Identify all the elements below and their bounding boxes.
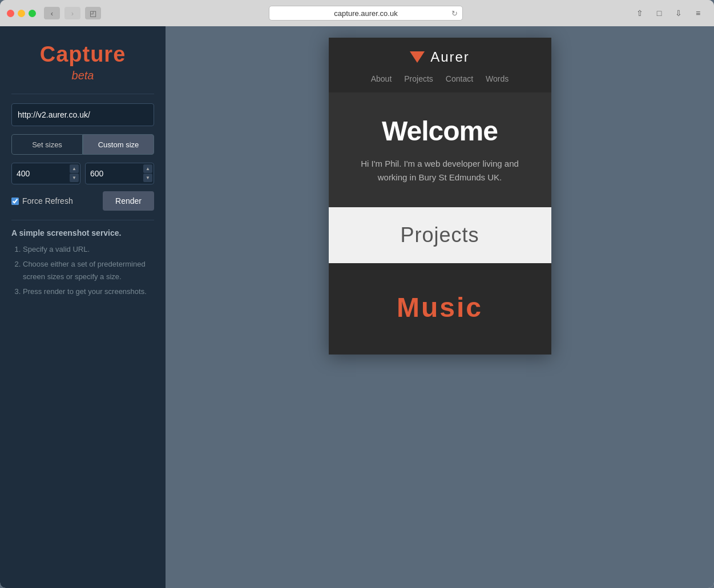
url-input[interactable]	[11, 103, 154, 126]
music-label: Music	[346, 292, 534, 323]
preview-container: Aurer About Projects Contact Words Welco…	[329, 38, 551, 355]
hero-text: Hi I'm Phil. I'm a web developer living …	[346, 157, 534, 184]
close-button[interactable]	[7, 10, 14, 17]
forward-button[interactable]: ›	[64, 7, 80, 19]
size-toggle-buttons: Set sizes Custom size	[11, 134, 154, 155]
width-down-button[interactable]: ▼	[70, 174, 79, 182]
url-bar[interactable]: capture.aurer.co.uk ↻	[269, 6, 463, 21]
width-up-button[interactable]: ▲	[70, 164, 79, 173]
app-title: Capture	[11, 42, 154, 67]
instructions-list: Specify a valid URL. Choose either a set…	[11, 243, 154, 300]
instruction-3: Press render to get your screenshots.	[23, 285, 154, 298]
nav-projects[interactable]: Projects	[404, 74, 433, 83]
width-spinner: ▲ ▼	[70, 164, 79, 182]
height-down-button[interactable]: ▼	[143, 174, 152, 182]
logo-text: Aurer	[430, 49, 470, 65]
app-beta: beta	[11, 69, 154, 82]
traffic-lights	[7, 10, 36, 17]
height-spinner: ▲ ▼	[143, 164, 152, 182]
url-text: capture.aurer.co.uk	[334, 9, 397, 18]
url-bar-container: capture.aurer.co.uk ↻	[106, 6, 626, 21]
download-button[interactable]: ⇩	[669, 6, 688, 21]
maximize-button[interactable]	[29, 10, 36, 17]
refresh-icon[interactable]: ↻	[451, 9, 458, 18]
minimize-button[interactable]	[18, 10, 25, 17]
nav-words[interactable]: Words	[486, 74, 509, 83]
main-layout: Capture beta Set sizes Custom size ▲ ▼	[0, 26, 714, 588]
height-input-wrapper: ▲ ▼	[85, 163, 154, 184]
sidebar: Capture beta Set sizes Custom size ▲ ▼	[0, 26, 166, 588]
nav-about[interactable]: About	[371, 74, 392, 83]
preview-header: Aurer About Projects Contact Words	[329, 38, 551, 92]
force-refresh-text: Force Refresh	[22, 196, 73, 206]
nav-contact[interactable]: Contact	[446, 74, 473, 83]
browser-titlebar: ‹ › ◰ capture.aurer.co.uk ↻ ⇧ □ ⇩ ≡	[0, 0, 714, 26]
sidebar-toggle-button[interactable]: ◰	[85, 7, 101, 19]
share-button[interactable]: ⇧	[631, 6, 649, 21]
width-input-wrapper: ▲ ▼	[11, 163, 80, 184]
render-button[interactable]: Render	[103, 191, 154, 211]
dimension-inputs: ▲ ▼ ▲ ▼	[11, 163, 154, 184]
force-refresh-checkbox[interactable]	[11, 198, 19, 205]
height-up-button[interactable]: ▲	[143, 164, 152, 173]
controls-row: Force Refresh Render	[11, 191, 154, 211]
description: A simple screenshot service.	[11, 228, 154, 237]
aurer-nav: About Projects Contact Words	[340, 74, 540, 92]
projects-heading: Projects	[346, 223, 534, 247]
aurer-logo: Aurer	[340, 49, 540, 65]
hero-title: Welcome	[346, 115, 534, 147]
new-tab-button[interactable]: □	[650, 6, 668, 21]
force-refresh-label[interactable]: Force Refresh	[11, 196, 73, 206]
preview-projects: Projects	[329, 207, 551, 263]
logo-triangle-icon	[410, 51, 425, 63]
content-area: Aurer About Projects Contact Words Welco…	[166, 26, 714, 588]
preview-music-card: Music	[329, 263, 551, 355]
instruction-1: Specify a valid URL.	[23, 243, 154, 256]
divider-2	[11, 220, 154, 220]
custom-size-button[interactable]: Custom size	[83, 134, 154, 155]
back-button[interactable]: ‹	[44, 7, 60, 19]
preview-hero: Welcome Hi I'm Phil. I'm a web developer…	[329, 92, 551, 207]
browser-chrome: ‹ › ◰ capture.aurer.co.uk ↻ ⇧ □ ⇩ ≡ Capt…	[0, 0, 714, 588]
browser-toolbar-right: ⇧ □ ⇩ ≡	[631, 6, 707, 21]
set-sizes-button[interactable]: Set sizes	[11, 134, 83, 155]
divider-1	[11, 94, 154, 94]
more-button[interactable]: ≡	[689, 6, 707, 21]
instruction-2: Choose either a set of predetermined scr…	[23, 258, 154, 283]
